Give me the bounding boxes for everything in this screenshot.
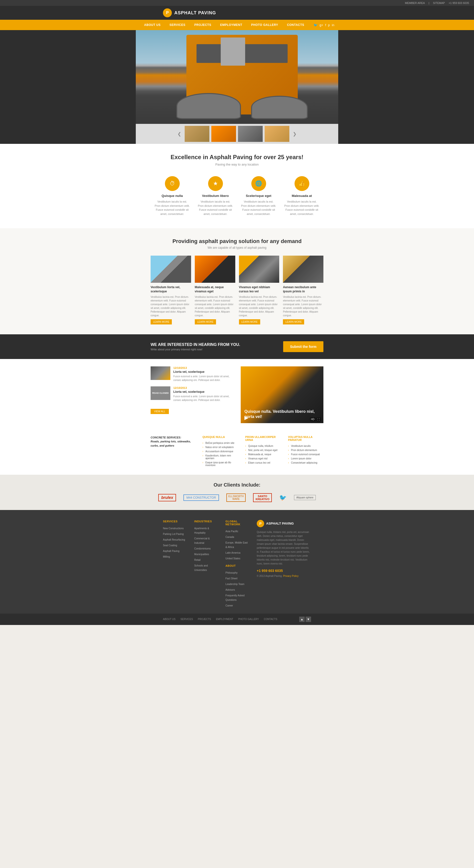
nav-services[interactable]: SERVICES — [165, 20, 190, 30]
footer-bottom-about-us[interactable]: ABOUT US — [163, 618, 176, 621]
service-img-4 — [283, 256, 323, 283]
cta-heading: WE ARE INTERESTED IN HEARING FROM YOU. — [151, 342, 240, 347]
play-button[interactable]: ▶ — [244, 415, 248, 421]
news-item-2: ROAD CLOSED 12/10/2013 Liorta vel, scele… — [151, 386, 233, 402]
footer-global-item-4[interactable]: Latin America — [226, 552, 240, 554]
footer-global-list: Asia Pacific Canada Europe, Middle East … — [226, 529, 249, 560]
nav-photo-gallery[interactable]: PHOTO GALLERY — [247, 20, 283, 30]
footer-services-item-6[interactable]: Milling — [163, 555, 170, 558]
member-area-link[interactable]: MEMBER AREA — [405, 1, 425, 4]
footer-global-item-3[interactable]: Europe, Middle East & Africa — [226, 541, 247, 549]
submit-form-button[interactable]: Submit the form — [283, 341, 323, 352]
feature-1-icon: ⏱ — [165, 176, 180, 191]
scroll-up-button[interactable]: ▲ — [299, 617, 305, 622]
footer-industries-item-1[interactable]: Apartments & Hospitality — [194, 527, 209, 534]
footer-bottom-services[interactable]: SERVICES — [180, 618, 193, 621]
separator: | — [428, 1, 429, 4]
footer-industries-item-2[interactable]: Commercial & Industrial — [194, 537, 210, 544]
video-thumbnail[interactable]: Quisque nulla. Vestibulum libero nisl, p… — [241, 366, 323, 423]
footer-about-item-4[interactable]: Advisors — [226, 588, 235, 591]
nav-employment[interactable]: EMPLOYMENT — [216, 20, 247, 30]
feature-3: 🌐 Scelerisque eget Vestibulum iaculis la… — [237, 174, 280, 218]
footer-global-title: GLOBAL NETWORK — [226, 520, 249, 526]
thumbnail-4[interactable] — [265, 126, 289, 142]
footer-bottom-projects[interactable]: PROJECTS — [198, 618, 211, 621]
footer-about-item-1[interactable]: Philosophy — [226, 571, 237, 574]
footer-about-item-2[interactable]: Fact Sheet — [226, 577, 237, 580]
video-hd-control[interactable]: HD — [310, 417, 316, 421]
video-fullscreen-control[interactable]: ⛶ — [317, 417, 321, 421]
hero-thumbnails: ❮ ❯ — [136, 124, 338, 144]
thumbnail-1[interactable] — [185, 126, 209, 142]
news-text-2: Fusce euismod a ante. Lorem ipsum dolor … — [173, 395, 233, 402]
footer-industries-item-5[interactable]: Retail — [194, 559, 201, 561]
list-item: Fusce euismod consequat — [288, 452, 323, 457]
concrete-services: CONCRETE SERVICES: Roads, parking lots, … — [151, 435, 195, 467]
service-list-3-title: VOLUPTAS NULLA PARIATUR — [288, 435, 323, 441]
cta-subtext: Write about your primary interest right … — [151, 348, 240, 351]
service-card-4-text: Vestibulus lacinia est. Pron dictum-elem… — [283, 295, 323, 317]
scroll-down-button[interactable]: ▼ — [306, 617, 311, 622]
thumbnail-3[interactable] — [238, 126, 263, 142]
nav-about-us[interactable]: ABOUT US — [140, 20, 165, 30]
footer-industries-item-4[interactable]: Municipalities — [194, 553, 209, 556]
footer-industries-title: INDUSTRIES — [194, 520, 218, 523]
footer-bottom-contacts[interactable]: CONTACTS — [264, 618, 277, 621]
list-item: Vivamus eget nisl — [245, 457, 280, 461]
feature-4-text: Vestibulum iaculis la est. Pron dictum e… — [284, 199, 320, 216]
list-item: Consectetuer adipiscing — [288, 461, 323, 465]
sitemap-link[interactable]: SITEMAP — [433, 1, 445, 4]
footer-services-item-5[interactable]: Asphalt Paving — [163, 550, 179, 552]
footer-services-item-4[interactable]: Seal Coating — [163, 544, 177, 547]
footer-global-item-1[interactable]: Asia Pacific — [226, 530, 238, 533]
list-item: Nisl, porta vel, trisque eget — [245, 448, 280, 452]
footer-global: GLOBAL NETWORK Asia Pacific Canada Europ… — [226, 520, 249, 609]
footer-industries-item-6[interactable]: Schools and Universities — [194, 564, 208, 571]
service-card-3-text: Vestibulus lacinia est. Pron dictum-elem… — [239, 295, 279, 317]
footer-services-item-3[interactable]: Asphalt Resurfacing — [163, 538, 185, 541]
nav-contacts[interactable]: CONTACTS — [283, 20, 309, 30]
learn-more-btn-1[interactable]: LEARN MORE — [151, 319, 172, 324]
footer-global-item-5[interactable]: United States — [226, 557, 240, 560]
footer-bottom-photo-gallery[interactable]: PHOTO GALLERY — [238, 618, 259, 621]
service-img-2 — [195, 256, 235, 283]
footer-about-item-3[interactable]: Leadership Team — [226, 583, 244, 586]
news-title-2: Liorta vel, scelerisque — [173, 390, 233, 394]
prev-thumb-arrow[interactable]: ❮ — [176, 131, 183, 137]
feature-1-text: Vestibulum iaculis la est. Pron dictum e… — [154, 199, 190, 216]
video-overlay-text: Quisque nulla. Vestibulum libero nisl, p… — [244, 409, 320, 420]
social-google-icon[interactable]: g+ — [320, 23, 323, 27]
list-item: Etiam cursus leo vel — [245, 461, 280, 465]
phone-number: +1 959 603 6035 — [449, 1, 469, 4]
service-list-2-title: PROIN ULLAMCORPER URNA — [245, 435, 280, 441]
thumbnail-2[interactable] — [211, 126, 236, 142]
providing-title: Providing asphalt paving solution for an… — [151, 238, 323, 245]
social-pinterest-icon[interactable]: p — [328, 23, 330, 27]
footer-industries-item-3[interactable]: Condominiums — [194, 547, 211, 550]
clients-logos: brulex M44 CONSTRUCTOR ELLSWORTHWARE SAN… — [151, 493, 323, 503]
social-facebook-icon[interactable]: f — [325, 23, 326, 27]
privacy-policy-link[interactable]: Privacy Policy — [283, 575, 298, 577]
footer-about-item-5[interactable]: Frequently Asked Questions — [226, 594, 244, 601]
features-grid: ⏱ Quisque nulla Vestibulum iaculis la es… — [151, 174, 323, 218]
feature-2-title: Vestibulum libero — [198, 194, 233, 198]
footer-about-item-6[interactable]: Career — [226, 604, 233, 607]
learn-more-btn-3[interactable]: LEARN MORE — [239, 319, 260, 324]
view-all-button[interactable]: VIEW ALL — [151, 409, 169, 414]
service-card-3: Vivamus eget nibhiam cursus leo vel Vest… — [239, 256, 279, 324]
footer-bottom-employment[interactable]: EMPLOYMENT — [216, 618, 233, 621]
footer-logo-icon: P — [257, 520, 264, 527]
footer-global-item-2[interactable]: Canada — [226, 536, 234, 538]
next-thumb-arrow[interactable]: ❯ — [291, 131, 298, 137]
logo[interactable]: P ASPHALT PAVING — [163, 8, 216, 17]
footer-services-item-1[interactable]: New Constructions — [163, 527, 184, 530]
learn-more-btn-2[interactable]: LEARN MORE — [195, 319, 216, 324]
nav-projects[interactable]: PROJECTS — [190, 20, 216, 30]
footer-brand: P ASPHALT PAVING Quisque nulla, tristans… — [257, 520, 311, 609]
footer-description: Quisque nulla, tristans nisl, porta vel,… — [257, 530, 311, 566]
social-linkedin-icon[interactable]: in — [332, 23, 334, 27]
learn-more-btn-4[interactable]: LEARN MORE — [283, 319, 304, 324]
social-twitter-icon[interactable]: 🐦 — [314, 23, 318, 27]
client-logo-aliquam: Aliquam sphere — [294, 493, 316, 503]
footer-services-item-2[interactable]: Parking Lot Paving — [163, 533, 184, 535]
